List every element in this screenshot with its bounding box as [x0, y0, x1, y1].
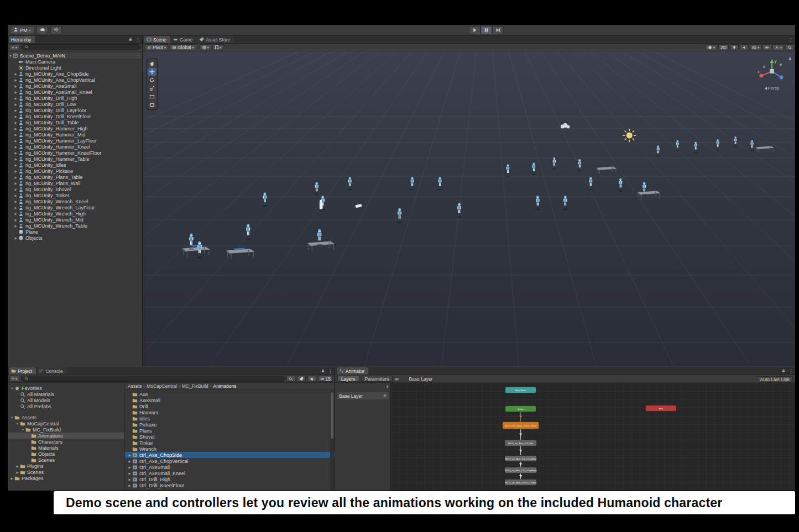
file-item[interactable]: ▶ctrl_Drill_High: [125, 476, 335, 482]
project-tree-item[interactable]: All Prefabs: [8, 403, 124, 409]
account-menu-button[interactable]: PM ▾: [10, 26, 34, 34]
project-tree-item[interactable]: Scenes: [8, 457, 124, 463]
auto-live-link-button[interactable]: Auto Live Link: [757, 376, 793, 382]
folder-item[interactable]: Axe: [125, 391, 335, 397]
2d-toggle[interactable]: 2D: [718, 44, 729, 50]
panel-menu-icon[interactable]: ⋮: [328, 368, 333, 375]
folder-item[interactable]: Drill: [125, 403, 335, 409]
lock-icon[interactable]: [128, 36, 133, 43]
project-tree-item[interactable]: Characters: [8, 439, 124, 445]
layers-tab[interactable]: Layers: [337, 376, 359, 382]
hierarchy-item[interactable]: ▶rig_MCUnity_Shovel: [8, 186, 142, 192]
hierarchy-item[interactable]: ▶rig_MCUnity_Hammer_Kneel: [8, 144, 142, 150]
lighting-toggle[interactable]: [730, 44, 739, 50]
tab-game[interactable]: Game: [171, 36, 196, 43]
folder-item[interactable]: AxeSmall: [125, 397, 335, 403]
grid-snap-button[interactable]: ▾: [200, 44, 211, 50]
hierarchy-item[interactable]: ▶rig_MCUnity_Plans_Table: [8, 174, 142, 180]
hierarchy-item[interactable]: ▶rig_MCUnity_Wrench_High: [8, 210, 142, 217]
file-item[interactable]: ▶ctrl_Axe_ChopSide: [125, 452, 335, 458]
hand-tool[interactable]: [148, 60, 156, 67]
hierarchy-item[interactable]: ▶Objects: [8, 235, 142, 241]
project-tree-item[interactable]: ▼MoCapCentral: [8, 420, 124, 426]
effects-dropdown[interactable]: ▾: [750, 44, 761, 50]
breadcrumb-item[interactable]: MoCapCentral: [147, 383, 177, 389]
folder-item[interactable]: Tinker: [125, 440, 335, 446]
hidden-packages-count[interactable]: 15: [318, 376, 333, 382]
hierarchy-item[interactable]: Main Camera: [8, 59, 142, 65]
hierarchy-item[interactable]: ▶rig_MCUnity_AxeSmall_Kneel: [8, 89, 142, 95]
search-by-label-button[interactable]: [297, 376, 306, 382]
audio-toggle[interactable]: [740, 44, 749, 50]
animator-state-exit[interactable]: Exit: [645, 405, 676, 412]
animator-state-s0[interactable]: MCU_art_Chars_Trans_Pose: [503, 422, 539, 429]
project-tree-item[interactable]: Objects: [8, 451, 124, 457]
rect-tool[interactable]: [148, 93, 156, 101]
panel-menu-icon[interactable]: ⋮: [788, 368, 793, 375]
folder-item[interactable]: Pickaxe: [125, 422, 335, 428]
project-tree-item[interactable]: All Materials: [8, 391, 124, 397]
hierarchy-item[interactable]: ▶rig_MCUnity_Wrench_Mid: [8, 217, 142, 223]
hidden-objects-button[interactable]: [763, 44, 771, 50]
tab-hierarchy[interactable]: Hierarchy: [9, 36, 35, 43]
file-item[interactable]: ▶ctrl_AxeSmall_Kneel: [125, 470, 335, 476]
file-item[interactable]: ▶ctrl_Drill_KneelFloor: [125, 482, 335, 488]
transform-tool[interactable]: [148, 101, 156, 109]
hierarchy-item[interactable]: Plane: [8, 229, 142, 235]
breadcrumb[interactable]: Assets›MoCapCentral›MC_FixBuild›Animatio…: [125, 383, 335, 390]
step-button[interactable]: [492, 26, 504, 34]
hierarchy-item[interactable]: ▶rig_MCUnity_Pickaxe: [8, 168, 142, 174]
project-tree-item[interactable]: All Models: [8, 397, 124, 403]
project-tree-item[interactable]: ▼MC_FixBuild: [8, 426, 124, 433]
animator-breadcrumb[interactable]: Base Layer: [409, 376, 432, 382]
project-tree-item[interactable]: ▶Plugins: [8, 463, 124, 469]
animator-state-entry[interactable]: Entry: [505, 406, 536, 412]
hierarchy-item[interactable]: Directional Light: [8, 65, 142, 71]
project-tree-item[interactable]: ▶Packages: [8, 475, 124, 481]
hierarchy-search-input[interactable]: [21, 44, 140, 50]
shading-mode-dropdown[interactable]: ▾: [706, 44, 717, 50]
file-item[interactable]: ▶ctrl_AxeSmall: [125, 464, 335, 470]
layer-item-base[interactable]: Base Layer: [337, 392, 389, 399]
search-by-type-button[interactable]: [286, 376, 295, 382]
add-layer-button[interactable]: +: [385, 384, 389, 390]
project-add-button[interactable]: +▾: [9, 376, 19, 382]
hierarchy-item[interactable]: ▶rig_MCUnity_Hammer_Table: [8, 156, 142, 162]
pause-button[interactable]: [481, 26, 492, 34]
favorite-search-button[interactable]: [307, 376, 316, 382]
hierarchy-item[interactable]: ▶rig_MCUnity_Wrench_LayFloor: [8, 204, 142, 210]
file-item[interactable]: ▶ctrl_Axe_ChopVertical: [125, 458, 335, 464]
gear-icon[interactable]: [383, 393, 387, 399]
project-tree-item[interactable]: Animations: [8, 433, 124, 439]
folder-item[interactable]: Wrench: [125, 446, 335, 452]
panel-menu-icon[interactable]: ⋮: [135, 53, 140, 58]
hierarchy-item[interactable]: ▶rig_MCUnity_Plans_Wall: [8, 180, 142, 186]
hierarchy-item[interactable]: ▶rig_MCUnity_AxeSmall: [8, 83, 142, 89]
animator-graph[interactable]: Any State Entry Exit MCU_art_Chars_Trans…: [391, 383, 795, 491]
scene-viewport[interactable]: y x Persp: [143, 51, 795, 366]
animator-state-s1[interactable]: MCU_art_Axe_CS_Idle: [505, 440, 537, 446]
lock-icon[interactable]: [321, 368, 325, 375]
project-tree-item[interactable]: Materials: [8, 445, 124, 451]
folder-item[interactable]: Hammer: [125, 409, 335, 415]
hierarchy-add-button[interactable]: +▾: [9, 44, 19, 50]
hierarchy-item[interactable]: ▶rig_MCUnity_Drill_KneelFloor: [8, 113, 142, 119]
hierarchy-item[interactable]: ▶rig_MCUnity_Hammer_KneelFloor: [8, 150, 142, 156]
hierarchy-item[interactable]: ▶rig_MCUnity_Wrench_Kneel: [8, 198, 142, 204]
play-button[interactable]: [469, 26, 481, 34]
gizmos-dropdown[interactable]: ▾: [772, 44, 784, 50]
perspective-label[interactable]: Persp: [756, 86, 787, 91]
animator-state-any[interactable]: Any State: [505, 387, 536, 393]
breadcrumb-item[interactable]: Animations: [213, 383, 237, 389]
breadcrumb-item[interactable]: MC_FixBuild: [182, 383, 208, 389]
breadcrumb-item[interactable]: Assets: [128, 383, 142, 389]
scene-orientation-gizmo[interactable]: y x: [756, 56, 787, 87]
hierarchy-item[interactable]: ▶rig_MCUnity_Wrench_Table: [8, 223, 142, 229]
hierarchy-item[interactable]: ▶rig_MCUnity_Drill_Low: [8, 101, 142, 107]
scene-search-button[interactable]: [785, 44, 794, 50]
hierarchy-item[interactable]: ▶rig_MCUnity_Idles: [8, 162, 142, 168]
tab-console[interactable]: Console: [36, 367, 66, 375]
animator-state-s3[interactable]: MCU_art_Axe_CS_ChopHigh: [505, 467, 537, 473]
cloud-button[interactable]: [36, 26, 48, 34]
scrollbar-thumb[interactable]: [331, 392, 333, 439]
